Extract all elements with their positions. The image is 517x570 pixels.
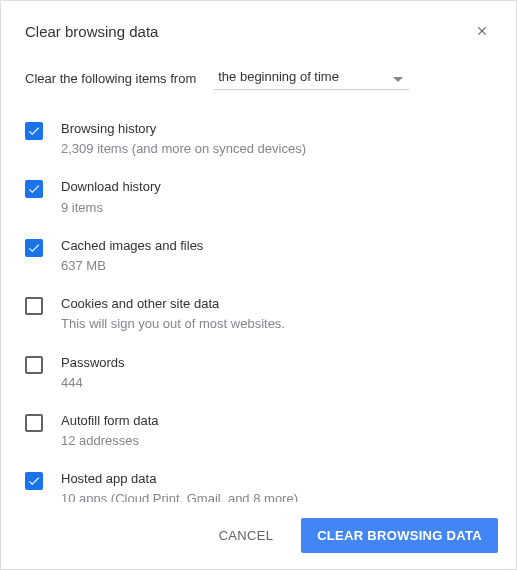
item-row: Cookies and other site dataThis will sig… — [25, 285, 492, 343]
clear-browsing-data-dialog: Clear browsing data Clear the following … — [1, 1, 516, 569]
item-row: Hosted app data10 apps (Cloud Print, Gma… — [25, 460, 492, 502]
item-description: 637 MB — [61, 257, 492, 275]
item-text: Hosted app data10 apps (Cloud Print, Gma… — [61, 470, 492, 502]
subheader-text: Clear the following items from — [25, 71, 196, 86]
check-icon — [27, 124, 41, 138]
item-label: Passwords — [61, 354, 492, 372]
check-icon — [27, 474, 41, 488]
item-label: Hosted app data — [61, 470, 492, 488]
item-text: Autofill form data12 addresses — [61, 412, 492, 450]
checkbox[interactable] — [25, 239, 43, 257]
item-row: Browsing history2,309 items (and more on… — [25, 110, 492, 168]
item-text: Browsing history2,309 items (and more on… — [61, 120, 492, 158]
item-description: 10 apps (Cloud Print, Gmail, and 8 more) — [61, 490, 492, 502]
item-label: Download history — [61, 178, 492, 196]
cancel-button[interactable]: Cancel — [203, 518, 290, 553]
dialog-footer: Cancel Clear browsing data — [1, 502, 516, 569]
checkbox[interactable] — [25, 356, 43, 374]
checkbox[interactable] — [25, 180, 43, 198]
dialog-header: Clear browsing data — [1, 1, 516, 57]
item-label: Cached images and files — [61, 237, 492, 255]
item-description: This will sign you out of most websites. — [61, 315, 492, 333]
check-icon — [27, 182, 41, 196]
item-label: Cookies and other site data — [61, 295, 492, 313]
dialog-title: Clear browsing data — [25, 23, 158, 40]
time-range-select[interactable]: the beginning of time — [214, 67, 409, 90]
checkbox[interactable] — [25, 122, 43, 140]
item-label: Autofill form data — [61, 412, 492, 430]
item-row: Download history9 items — [25, 168, 492, 226]
item-description: 2,309 items (and more on synced devices) — [61, 140, 492, 158]
checkbox[interactable] — [25, 297, 43, 315]
chevron-down-icon — [393, 69, 403, 87]
close-button[interactable] — [472, 21, 492, 41]
item-text: Passwords444 — [61, 354, 492, 392]
item-description: 12 addresses — [61, 432, 492, 450]
item-description: 9 items — [61, 199, 492, 217]
item-label: Browsing history — [61, 120, 492, 138]
items-list: Browsing history2,309 items (and more on… — [1, 110, 516, 502]
item-text: Cached images and files637 MB — [61, 237, 492, 275]
time-range-value: the beginning of time — [214, 67, 409, 86]
item-text: Download history9 items — [61, 178, 492, 216]
checkbox[interactable] — [25, 414, 43, 432]
item-row: Passwords444 — [25, 344, 492, 402]
item-text: Cookies and other site dataThis will sig… — [61, 295, 492, 333]
item-description: 444 — [61, 374, 492, 392]
item-row: Autofill form data12 addresses — [25, 402, 492, 460]
item-row: Cached images and files637 MB — [25, 227, 492, 285]
clear-browsing-data-button[interactable]: Clear browsing data — [301, 518, 498, 553]
checkbox[interactable] — [25, 472, 43, 490]
check-icon — [27, 241, 41, 255]
close-icon — [475, 24, 489, 38]
subheader-row: Clear the following items from the begin… — [1, 57, 516, 110]
